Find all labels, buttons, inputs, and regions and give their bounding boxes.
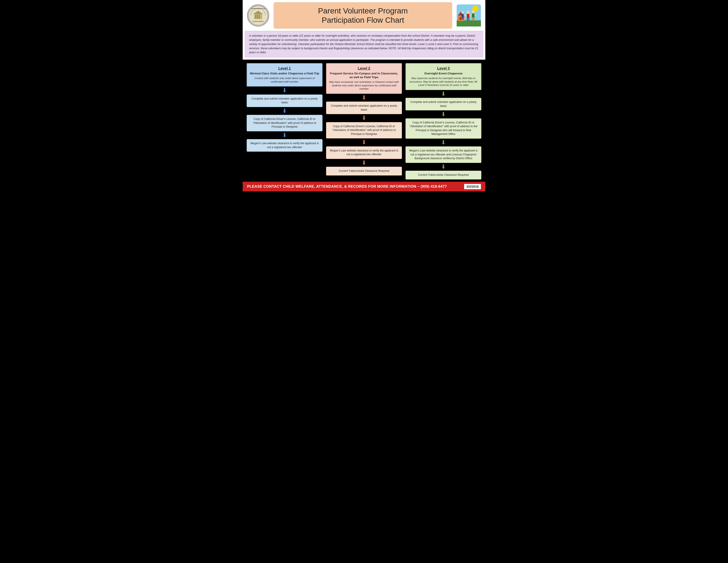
- svg-rect-37: [462, 17, 462, 20]
- level3-step4: Current Tuberculosis Clearance Required: [405, 171, 481, 179]
- header: ONTARIO·MONTCLAIR SCHOOL DISTRICT 1884 P…: [243, 0, 485, 31]
- title-line2: Participation Flow Chart: [282, 15, 443, 25]
- level2-subtitle: Frequent Service On-Campus and In Classr…: [329, 71, 399, 79]
- description-box: A volunteer is a person 18 years or olde…: [245, 31, 483, 57]
- level3-subtitle: Overnight Event Chaperone: [408, 71, 479, 75]
- arrow-l1-1: ⬇: [282, 88, 287, 93]
- svg-rect-32: [473, 17, 475, 20]
- svg-rect-19: [457, 20, 481, 26]
- svg-text:SCHOOL DISTRICT: SCHOOL DISTRICT: [253, 21, 264, 22]
- svg-rect-3: [257, 15, 258, 19]
- arrow-l1-3: ⬇: [282, 132, 287, 138]
- level2-step1: Complete and submit volunteer applicatio…: [326, 102, 402, 114]
- level3-desc: May supervise students for overnight eve…: [408, 77, 479, 87]
- footer-date: 3/2/2016: [464, 184, 481, 189]
- svg-rect-4: [259, 15, 260, 19]
- kids-logo: [457, 4, 481, 26]
- svg-rect-38: [463, 17, 464, 20]
- svg-text:ONTARIO·MONTCLAIR: ONTARIO·MONTCLAIR: [251, 8, 266, 9]
- arrow-l2-4: ⬇: [362, 160, 366, 166]
- level3-column: Level 3 Overnight Event Chaperone May su…: [404, 63, 483, 179]
- svg-rect-36: [462, 14, 464, 17]
- flowchart: Level 1 Minimal Class Visits and/or Chap…: [243, 61, 485, 182]
- arrow-l2-3: ⬇: [362, 139, 366, 145]
- svg-rect-31: [472, 17, 473, 20]
- level2-step4: Current Tuberculosis Clearance Required: [326, 167, 402, 175]
- level1-title: Level 1: [249, 66, 320, 71]
- footer: PLEASE CONTACT CHILD WELFARE, ATTENDANCE…: [243, 182, 485, 191]
- level2-desc: May have occasional, non-scheduled, or f…: [329, 80, 399, 91]
- svg-rect-24: [467, 14, 469, 18]
- description-text: A volunteer is a person 18 years or olde…: [249, 34, 479, 55]
- svg-rect-22: [460, 17, 461, 20]
- title-box: Parent Volunteer Program Participation F…: [274, 2, 452, 29]
- level1-header: Level 1 Minimal Class Visits and/or Chap…: [247, 63, 323, 86]
- level1-subtitle: Minimal Class Visits and/or Chaperone a …: [249, 71, 320, 75]
- level3-title: Level 3: [408, 66, 479, 71]
- arrow-l3-3: ⬇: [441, 140, 446, 145]
- svg-rect-25: [467, 18, 468, 21]
- svg-rect-2: [255, 15, 256, 19]
- level1-step2: Copy of California Driver's License, Cal…: [247, 115, 323, 131]
- level3-step3: Megan's Law website clearance to verify …: [405, 146, 481, 163]
- arrow-l3-4: ⬇: [441, 164, 446, 170]
- arrow-l1-2: ⬇: [282, 108, 287, 114]
- level2-header: Level 2 Frequent Service On-Campus and I…: [326, 63, 402, 94]
- arrow-l3-2: ⬇: [441, 111, 446, 117]
- svg-point-23: [467, 11, 470, 14]
- arrow-l3-1: ⬇: [441, 91, 446, 97]
- svg-rect-26: [468, 18, 469, 21]
- level2-step3: Megan's Law website clearance to verify …: [326, 146, 402, 159]
- svg-rect-30: [472, 13, 475, 17]
- level2-step2: Copy of California Driver's License, Cal…: [326, 122, 402, 138]
- arrow-l2-1: ⬇: [362, 95, 366, 101]
- level1-column: Level 1 Minimal Class Visits and/or Chap…: [245, 63, 324, 179]
- footer-text: PLEASE CONTACT CHILD WELFARE, ATTENDANCE…: [247, 184, 447, 189]
- level1-step1: Complete and submit volunteer applicatio…: [247, 94, 323, 107]
- level1-desc: Contact with students only under direct …: [249, 77, 320, 83]
- svg-text:1884: 1884: [257, 12, 259, 13]
- page: ONTARIO·MONTCLAIR SCHOOL DISTRICT 1884 P…: [243, 0, 485, 191]
- arrow-l2-2: ⬇: [362, 115, 366, 121]
- level2-title: Level 2: [329, 66, 399, 71]
- title-line1: Parent Volunteer Program: [282, 6, 443, 15]
- svg-point-29: [472, 10, 475, 13]
- level1-step3: Megan's Law website clearance to verify …: [247, 139, 323, 152]
- level3-header: Level 3 Overnight Event Chaperone May su…: [405, 63, 481, 90]
- school-district-logo: ONTARIO·MONTCLAIR SCHOOL DISTRICT 1884: [247, 4, 269, 26]
- level3-step1: Complete and submit volunteer applicatio…: [405, 98, 481, 110]
- level2-column: Level 2 Frequent Service On-Campus and I…: [324, 63, 404, 179]
- level3-step2: Copy of California Driver's License, Cal…: [405, 118, 481, 139]
- svg-point-35: [461, 11, 464, 14]
